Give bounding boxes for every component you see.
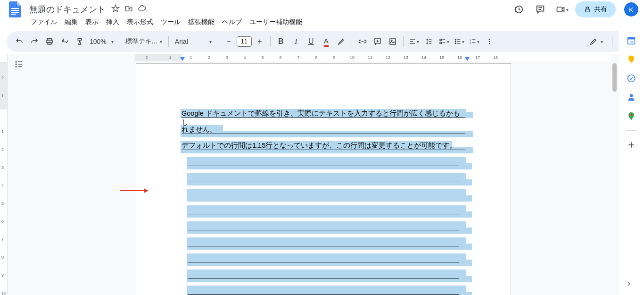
svg-rect-13	[390, 39, 396, 44]
menubar: ファイル 編集 表示 挿入 表示形式 ツール 拡張機能 ヘルプ ユーザー補助機能	[0, 16, 644, 29]
svg-text:1: 1	[470, 39, 471, 41]
font-size-input[interactable]: 11	[237, 36, 252, 47]
insert-image-button[interactable]	[386, 34, 400, 49]
menu-accessibility[interactable]: ユーザー補助機能	[246, 17, 305, 27]
checklist-button[interactable]: ▾	[437, 34, 451, 49]
svg-point-37	[489, 43, 490, 44]
menu-help[interactable]: ヘルプ	[219, 17, 245, 27]
svg-point-35	[489, 39, 490, 40]
toolbar: 100%▾ 標準テキ...▾ Arial▾ − 11 + B I U A ▾ ▾…	[7, 31, 637, 52]
history-icon[interactable]	[510, 1, 527, 18]
document-title[interactable]: 無題のドキュメント	[26, 3, 108, 16]
svg-point-39	[16, 64, 17, 65]
bullet-list-button[interactable]: ▾	[452, 34, 466, 49]
svg-text:31: 31	[630, 40, 634, 44]
tasks-icon[interactable]	[627, 74, 636, 83]
svg-point-36	[489, 41, 490, 42]
svg-point-51	[630, 114, 632, 116]
format-paint-button[interactable]	[73, 34, 87, 49]
maps-icon[interactable]	[627, 111, 636, 121]
menu-view[interactable]: 表示	[82, 17, 102, 27]
avatar[interactable]: K	[624, 2, 638, 17]
bold-button[interactable]: B	[274, 34, 288, 49]
insert-comment-button[interactable]	[371, 34, 385, 49]
zoom-select[interactable]: 100%▾	[88, 38, 116, 45]
meet-icon[interactable]: ▾	[553, 1, 570, 18]
lock-icon	[584, 6, 591, 13]
document-page[interactable]: Google ドキュメントで罫線を引き、実際にテキストを入力すると行間が広く感じ…	[136, 63, 511, 295]
svg-rect-8	[586, 9, 589, 12]
style-select[interactable]: 標準テキ...▾	[123, 37, 165, 46]
align-button[interactable]: ▾	[407, 34, 421, 49]
svg-rect-46	[628, 37, 635, 39]
sidepanel: 31	[619, 28, 644, 295]
svg-point-26	[455, 41, 456, 42]
doc-text-line: デフォルトでの行間は1.15行となっていますが、この行間は変更することが可能です…	[182, 142, 456, 149]
svg-point-38	[16, 61, 17, 62]
svg-rect-3	[11, 14, 16, 15]
svg-text:2: 2	[470, 42, 471, 44]
font-select[interactable]: Arial▾	[172, 38, 215, 45]
hide-sidepanel-button[interactable]	[625, 280, 633, 289]
docs-logo[interactable]	[6, 0, 25, 19]
more-button[interactable]	[482, 34, 496, 49]
menu-format[interactable]: 表示形式	[124, 17, 157, 27]
menu-file[interactable]: ファイル	[27, 17, 60, 27]
increase-font-button[interactable]: +	[253, 34, 267, 49]
menu-edit[interactable]: 編集	[61, 17, 81, 27]
vertical-ruler: 2 1 1 2 3 4 5 6 7 8 9 10	[0, 54, 8, 295]
highlight-button[interactable]	[334, 34, 348, 49]
menu-tools[interactable]: ツール	[157, 17, 184, 27]
insert-link-button[interactable]	[355, 34, 370, 49]
svg-rect-0	[11, 8, 19, 9]
zoom-value: 100%	[90, 38, 107, 45]
edit-mode-button[interactable]: ▾	[586, 37, 607, 46]
doc-text-line: れません。	[182, 126, 217, 133]
svg-point-25	[455, 39, 456, 40]
menu-insert[interactable]: 挿入	[103, 17, 123, 27]
svg-rect-48	[630, 63, 632, 64]
italic-button[interactable]: I	[289, 34, 303, 49]
numbered-list-button[interactable]: 12▾	[467, 34, 481, 49]
undo-button[interactable]	[12, 34, 26, 49]
line-spacing-button[interactable]	[422, 34, 436, 49]
keep-icon[interactable]	[627, 55, 636, 64]
svg-point-40	[16, 66, 17, 67]
underline-button[interactable]: U	[304, 34, 318, 49]
spellcheck-button[interactable]	[58, 34, 72, 49]
scrollbar[interactable]	[612, 63, 617, 92]
svg-point-50	[630, 94, 633, 97]
svg-rect-23	[440, 42, 441, 43]
contacts-icon[interactable]	[627, 93, 636, 102]
svg-rect-7	[557, 7, 562, 12]
decrease-font-button[interactable]: −	[222, 34, 236, 49]
print-button[interactable]	[42, 34, 57, 49]
horizontal-ruler: 1 2 3 4 5 6 7 8 9 10 11 12 13 14 15 16 1…	[135, 54, 611, 61]
svg-rect-2	[11, 12, 19, 13]
style-value: 標準テキ...	[125, 37, 157, 46]
svg-point-27	[455, 43, 456, 44]
calendar-icon[interactable]: 31	[627, 36, 636, 45]
redo-button[interactable]	[27, 34, 41, 49]
svg-rect-1	[11, 10, 19, 11]
comment-icon[interactable]	[532, 1, 549, 18]
share-label: 共有	[594, 5, 607, 14]
svg-point-14	[391, 40, 392, 41]
outline-icon[interactable]	[10, 56, 27, 73]
star-icon[interactable]	[111, 4, 120, 15]
menu-extensions[interactable]: 拡張機能	[185, 17, 218, 27]
move-icon[interactable]	[124, 4, 133, 15]
font-value: Arial	[175, 38, 188, 45]
annotation-arrow	[120, 187, 149, 195]
cloud-icon[interactable]	[138, 4, 146, 15]
share-button[interactable]: 共有	[575, 1, 616, 17]
add-icon[interactable]	[627, 140, 636, 150]
text-color-button[interactable]: A	[319, 34, 333, 49]
svg-point-49	[628, 75, 635, 82]
